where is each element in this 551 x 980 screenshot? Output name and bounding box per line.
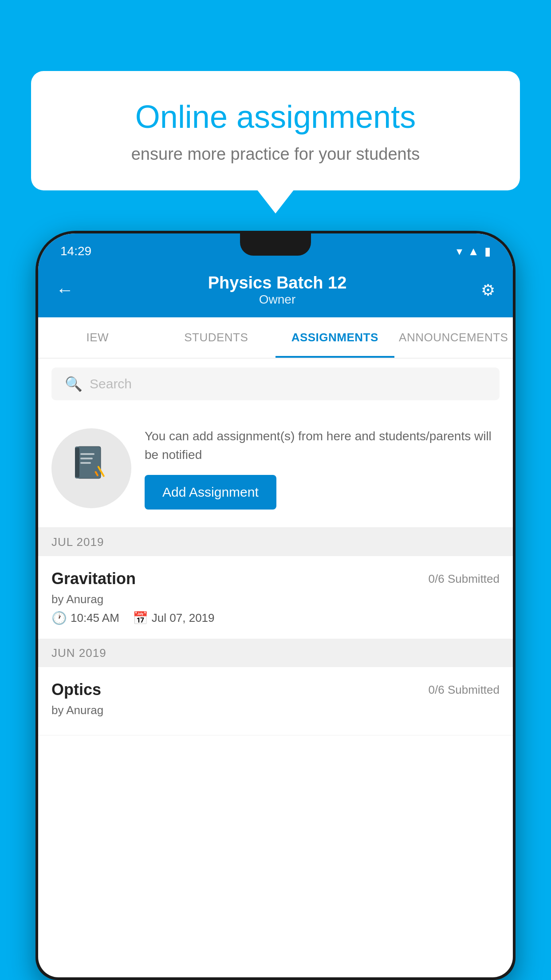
header-subtitle: Owner bbox=[208, 292, 347, 307]
speech-bubble-subtitle: ensure more practice for your students bbox=[62, 145, 489, 164]
speech-bubble-title: Online assignments bbox=[62, 98, 489, 136]
settings-button[interactable]: ⚙ bbox=[481, 281, 495, 300]
assignment-item-optics[interactable]: Optics 0/6 Submitted by Anurag bbox=[38, 667, 513, 735]
assignment-top-row: Gravitation 0/6 Submitted bbox=[51, 569, 500, 588]
add-assignment-content: You can add assignment(s) from here and … bbox=[145, 427, 500, 510]
calendar-icon: 📅 bbox=[133, 611, 148, 625]
assignment-date: 📅 Jul 07, 2019 bbox=[133, 611, 215, 625]
month-separator-jul: JUL 2019 bbox=[38, 528, 513, 556]
notebook-icon bbox=[71, 444, 111, 493]
assignment-submitted: 0/6 Submitted bbox=[429, 572, 500, 586]
tab-students[interactable]: STUDENTS bbox=[157, 317, 276, 358]
battery-icon: ▮ bbox=[484, 245, 491, 258]
svg-rect-4 bbox=[80, 458, 93, 459]
assignment-by: by Anurag bbox=[51, 593, 500, 606]
header-center: Physics Batch 12 Owner bbox=[208, 273, 347, 307]
assignment-optics-top-row: Optics 0/6 Submitted bbox=[51, 680, 500, 699]
svg-rect-2 bbox=[75, 448, 79, 477]
search-icon: 🔍 bbox=[65, 375, 83, 392]
phone-notch bbox=[240, 233, 311, 256]
tab-iew[interactable]: IEW bbox=[38, 317, 157, 358]
month-separator-jun: JUN 2019 bbox=[38, 639, 513, 667]
phone-screen: 14:29 ▾ ▲ ▮ ← Physics Batch 12 Owner ⚙ I… bbox=[38, 233, 513, 977]
add-assignment-button[interactable]: Add Assignment bbox=[145, 475, 276, 510]
header-title: Physics Batch 12 bbox=[208, 273, 347, 292]
assignment-title: Gravitation bbox=[51, 569, 136, 588]
assignment-time: 🕐 10:45 AM bbox=[51, 611, 119, 625]
search-placeholder: Search bbox=[90, 376, 132, 391]
wifi-icon: ▾ bbox=[457, 245, 462, 258]
assignment-optics-by: by Anurag bbox=[51, 703, 500, 717]
assignment-optics-title: Optics bbox=[51, 680, 101, 699]
tab-assignments[interactable]: ASSIGNMENTS bbox=[276, 317, 394, 358]
add-assignment-description: You can add assignment(s) from here and … bbox=[145, 427, 500, 464]
speech-bubble-container: Online assignments ensure more practice … bbox=[31, 71, 520, 190]
phone-frame: 14:29 ▾ ▲ ▮ ← Physics Batch 12 Owner ⚙ I… bbox=[35, 231, 516, 980]
back-button[interactable]: ← bbox=[56, 280, 74, 300]
search-bar[interactable]: 🔍 Search bbox=[51, 368, 500, 400]
tab-announcements[interactable]: ANNOUNCEMENTS bbox=[394, 317, 513, 358]
search-container: 🔍 Search bbox=[38, 359, 513, 409]
add-assignment-section: You can add assignment(s) from here and … bbox=[38, 409, 513, 528]
svg-rect-5 bbox=[80, 462, 91, 464]
assignment-optics-submitted: 0/6 Submitted bbox=[429, 683, 500, 697]
assignment-item-gravitation[interactable]: Gravitation 0/6 Submitted by Anurag 🕐 10… bbox=[38, 556, 513, 639]
speech-bubble: Online assignments ensure more practice … bbox=[31, 71, 520, 190]
svg-rect-3 bbox=[80, 453, 94, 455]
signal-icon: ▲ bbox=[468, 245, 479, 258]
assignment-meta: 🕐 10:45 AM 📅 Jul 07, 2019 bbox=[51, 611, 500, 625]
tabs-bar: IEW STUDENTS ASSIGNMENTS ANNOUNCEMENTS bbox=[38, 317, 513, 359]
assignment-icon-circle bbox=[51, 428, 131, 508]
clock-icon: 🕐 bbox=[51, 611, 67, 625]
app-header: ← Physics Batch 12 Owner ⚙ bbox=[38, 265, 513, 317]
status-time: 14:29 bbox=[60, 244, 91, 258]
status-icons: ▾ ▲ ▮ bbox=[457, 245, 491, 258]
